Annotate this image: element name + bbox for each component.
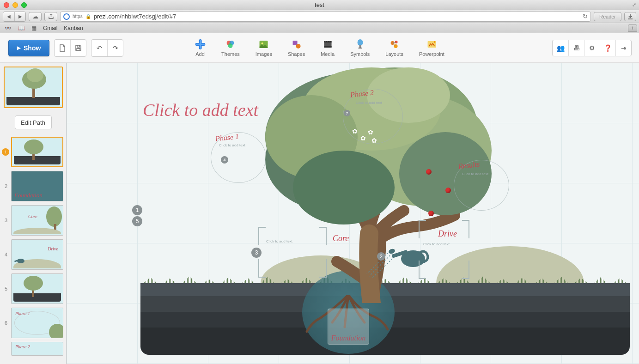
bookmark-gmail[interactable]: Gmail (43, 25, 57, 31)
nav-back-forward: ◀ ▶ (3, 12, 26, 22)
path-step-4[interactable]: 4 Drive (3, 239, 63, 270)
lock-icon: https (73, 14, 83, 19)
zoom-window-button[interactable] (21, 2, 27, 8)
collaborators-button[interactable]: 👥 (553, 40, 568, 56)
fullscreen-icon[interactable]: ⤢ (632, 2, 636, 8)
window-title: test (315, 1, 324, 8)
tool-layouts-label: Layouts (385, 51, 403, 57)
show-button[interactable]: Show (8, 40, 49, 56)
window-titlebar: test ⤢ (0, 0, 639, 10)
svg-rect-15 (359, 45, 361, 48)
topsite-icon[interactable]: ▦ (31, 25, 37, 31)
edit-path-button[interactable]: Edit Path (15, 115, 52, 129)
downloads-button[interactable] (624, 12, 636, 21)
svg-point-4 (262, 42, 263, 44)
apple-icon (445, 188, 451, 193)
bracket (319, 259, 327, 278)
main-text-prompt[interactable]: Click to add text (143, 100, 258, 120)
step-badge-1[interactable]: 1 (132, 205, 142, 215)
tool-themes[interactable]: Themes (221, 39, 240, 57)
reload-icon[interactable]: ↻ (583, 13, 588, 20)
bookmark-kanban[interactable]: Kanban (64, 25, 83, 31)
step-badge-2[interactable]: 2 (377, 252, 385, 261)
svg-rect-16 (358, 48, 362, 49)
step-badge-4[interactable]: 4 (221, 156, 228, 164)
tool-media[interactable]: Media (321, 39, 335, 57)
overview-thumbnail[interactable] (4, 67, 63, 108)
exit-button[interactable]: ⇥ (615, 40, 631, 56)
new-tab-button[interactable]: ＋ (628, 24, 637, 32)
undo-button[interactable]: ↶ (91, 40, 107, 56)
redo-button[interactable]: ↷ (107, 40, 123, 56)
foundation-label: Foundation (331, 334, 366, 342)
shapes-icon (291, 39, 302, 50)
foundation-frame[interactable]: Foundation (328, 309, 369, 345)
svg-point-14 (357, 39, 363, 46)
svg-point-13 (330, 42, 331, 42)
toolbar-tools: Add Themes Images Shapes Media Symbols L… (195, 39, 444, 57)
drive-prompt[interactable]: Click to add text (423, 242, 450, 246)
phase1-prompt[interactable]: Click to add text (219, 143, 245, 147)
media-icon (322, 39, 333, 50)
svg-point-32 (293, 151, 395, 224)
tool-images[interactable]: Images (256, 39, 272, 57)
bookmarks-bar: 👓 📖 ▦ Gmail Kanban ＋ (0, 23, 639, 33)
site-identity-icon (63, 13, 70, 20)
tool-layouts[interactable]: Layouts (385, 39, 403, 57)
drive-label[interactable]: Drive (438, 229, 457, 239)
reading-list-icon[interactable]: 👓 (5, 25, 12, 31)
forward-button[interactable]: ▶ (14, 12, 25, 21)
themes-icon (225, 39, 236, 50)
path-step-2[interactable]: 2 Foundation (3, 171, 63, 201)
tool-powerpoint-label: Powerpoint (419, 51, 444, 57)
path-step-3[interactable]: 3 Core (3, 205, 63, 236)
path-number: 5 (3, 286, 9, 291)
undo-redo-buttons: ↶ ↷ (91, 39, 123, 57)
core-prompt[interactable]: Click to add text (266, 239, 292, 243)
bracket (319, 227, 327, 245)
share-button[interactable] (44, 12, 57, 21)
new-button[interactable] (55, 40, 70, 56)
prezi-toolbar: Show ↶ ↷ Add Themes Images Shapes Media (0, 33, 639, 63)
print-button[interactable]: 🖶 (568, 40, 584, 56)
apple-icon (426, 169, 432, 175)
tool-powerpoint[interactable]: Powerpoint (419, 39, 444, 57)
tool-media-label: Media (321, 51, 335, 57)
tool-symbols[interactable]: Symbols (350, 39, 370, 57)
tool-shapes-label: Shapes (288, 51, 305, 57)
bracket (419, 261, 426, 279)
step-badge-3[interactable]: 3 (251, 248, 262, 258)
tool-add[interactable]: Add (195, 39, 206, 57)
apple-icon (428, 211, 434, 216)
svg-point-6 (296, 44, 301, 49)
step-badge-7[interactable]: 7 (344, 110, 350, 116)
path-step-1[interactable]: 1 1 (3, 137, 63, 167)
core-label[interactable]: Core (333, 234, 349, 243)
bookmarks-icon[interactable]: 📖 (18, 25, 25, 31)
svg-point-12 (329, 42, 329, 42)
plus-icon (195, 39, 206, 50)
path-sidebar[interactable]: Edit Path 1 1 2 Foundation 3 Core 4 (0, 63, 67, 364)
icloud-tabs-button[interactable]: ☁ (29, 12, 42, 21)
lock-glyph-icon: 🔒 (85, 14, 91, 19)
address-field[interactable]: https 🔒 prezi.com/nhblwt7edsgj/edit/#7 ↻ (60, 12, 591, 22)
path-step-7[interactable]: Phase 2 (3, 342, 63, 356)
path-step-6[interactable]: 6 Phase 1 (3, 308, 63, 338)
settings-button[interactable]: ⚙ (584, 40, 600, 56)
back-button[interactable]: ◀ (3, 12, 14, 21)
close-window-button[interactable] (4, 2, 9, 8)
powerpoint-icon (426, 39, 437, 50)
tool-shapes[interactable]: Shapes (288, 39, 305, 57)
svg-point-2 (228, 43, 233, 48)
save-button[interactable] (70, 40, 86, 56)
results-prompt[interactable]: Click to add text (462, 172, 488, 176)
path-step-5[interactable]: 5 (3, 273, 63, 304)
bracket (258, 259, 266, 278)
step-badge-5[interactable]: 5 (132, 216, 142, 226)
svg-rect-9 (324, 46, 331, 48)
help-button[interactable]: ❓ (600, 40, 615, 56)
canvas[interactable]: Foundation ✿ ✿ ✿ (67, 63, 639, 364)
phase2-prompt[interactable]: Click to add text (356, 101, 382, 105)
reader-button[interactable]: Reader (594, 12, 621, 21)
minimize-window-button[interactable] (12, 2, 18, 8)
